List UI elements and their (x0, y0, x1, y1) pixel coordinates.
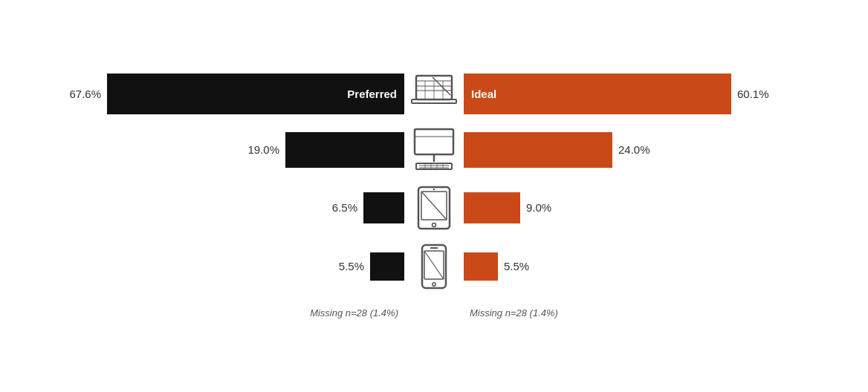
svg-rect-11 (416, 163, 452, 169)
missing-row: Missing n=28 (1.4%) Missing n=28 (1.4%) (25, 306, 843, 319)
row-laptop: 67.6% Preferred (25, 74, 843, 114)
ideal-pct-tablet: 9.0% (526, 201, 557, 214)
ideal-bar-phone (464, 252, 498, 281)
missing-preferred-text: Missing n=28 (1.4%) (310, 307, 398, 318)
svg-point-22 (433, 188, 435, 189)
icon-laptop (404, 74, 464, 113)
preferred-pct-tablet: 6.5% (326, 201, 357, 214)
icon-phone (404, 244, 464, 290)
missing-left: Missing n=28 (1.4%) (55, 306, 404, 319)
icon-desktop (404, 128, 464, 172)
row-phone: 5.5% 5.5% (25, 244, 843, 290)
ideal-pct-phone: 5.5% (504, 260, 535, 272)
row-tablet: 6.5% 9.0% (25, 186, 843, 230)
missing-right: Missing n=28 (1.4%) (464, 306, 813, 319)
svg-line-28 (424, 251, 444, 279)
chart-inner: 67.6% Preferred (25, 18, 843, 374)
preferred-pct-phone: 5.5% (333, 260, 364, 272)
icon-tablet (404, 186, 464, 230)
tablet-svg-icon (415, 186, 453, 230)
laptop-svg-icon (410, 74, 458, 113)
ideal-label-laptop: Ideal (471, 88, 496, 100)
right-section-tablet: 9.0% (464, 192, 813, 223)
chart-container: 67.6% Preferred (0, 0, 868, 392)
preferred-bar-desktop (285, 132, 404, 168)
row-desktop: 19.0% (25, 128, 843, 172)
left-section-laptop: 67.6% Preferred (55, 74, 404, 114)
phone-svg-icon (420, 244, 448, 290)
preferred-pct-laptop: 67.6% (69, 88, 101, 100)
left-section-phone: 5.5% (55, 252, 404, 281)
ideal-pct-laptop: 60.1% (737, 88, 769, 100)
desktop-svg-icon (410, 128, 458, 172)
left-section-tablet: 6.5% (55, 192, 404, 223)
ideal-bar-tablet (464, 192, 520, 223)
right-section-laptop: Ideal 60.1% (464, 74, 813, 114)
svg-line-23 (421, 192, 447, 220)
preferred-bar-laptop: Preferred (107, 74, 404, 114)
right-section-phone: 5.5% (464, 252, 813, 281)
svg-point-21 (433, 223, 436, 226)
left-section-desktop: 19.0% (55, 132, 404, 168)
preferred-bar-tablet (363, 192, 404, 223)
svg-rect-7 (412, 99, 456, 103)
right-section-desktop: 24.0% (464, 132, 813, 168)
ideal-bar-laptop: Ideal (464, 74, 731, 114)
ideal-pct-desktop: 24.0% (618, 143, 650, 156)
ideal-bar-desktop (464, 132, 612, 168)
preferred-bar-phone (370, 252, 404, 281)
svg-rect-9 (415, 129, 453, 154)
preferred-label-laptop: Preferred (347, 88, 397, 100)
svg-point-27 (433, 282, 435, 285)
preferred-pct-desktop: 19.0% (247, 143, 279, 156)
missing-ideal-text: Missing n=28 (1.4%) (470, 307, 558, 318)
